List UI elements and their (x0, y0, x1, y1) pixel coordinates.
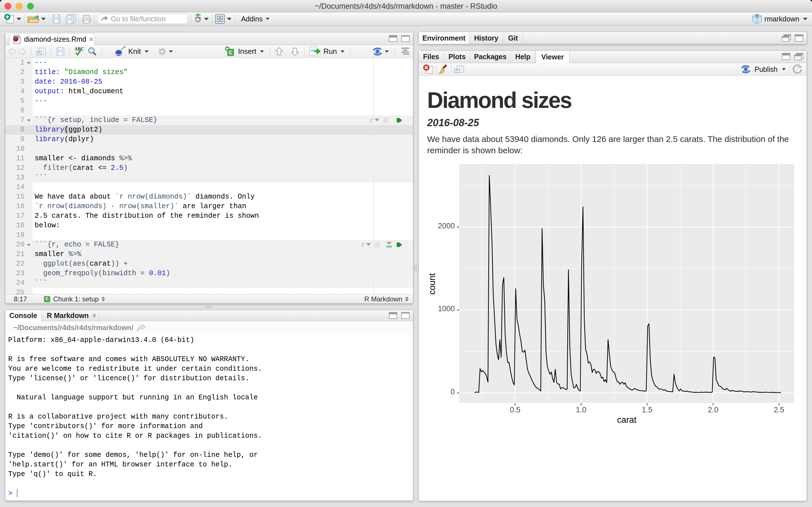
svg-text:1.5: 1.5 (642, 406, 652, 414)
svg-text:2.0: 2.0 (708, 406, 718, 414)
svg-text:1.0: 1.0 (576, 406, 587, 414)
svg-text:ABC: ABC (74, 47, 84, 52)
svg-text:r: r (370, 117, 373, 124)
svg-text:2000: 2000 (438, 222, 455, 230)
svg-text:count: count (427, 273, 437, 295)
svg-text:0: 0 (451, 388, 455, 396)
svg-text:R: R (756, 14, 758, 18)
svg-text:2.5: 2.5 (774, 406, 784, 414)
svg-text:C: C (229, 50, 232, 56)
svg-text:0.5: 0.5 (510, 406, 520, 414)
svg-text:1000: 1000 (438, 304, 455, 313)
svg-text:carat: carat (617, 415, 637, 425)
svg-text:r: r (361, 241, 365, 249)
